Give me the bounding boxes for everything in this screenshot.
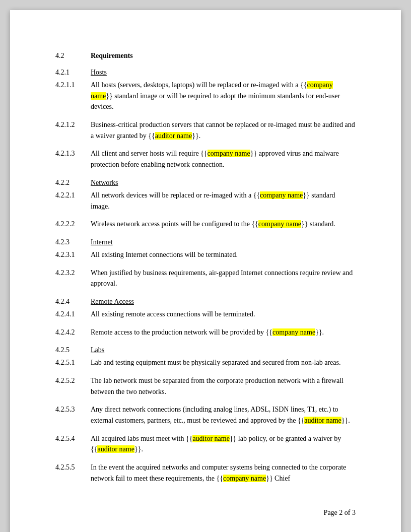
section-4-2-5-3-num: 4.2.5.3 (55, 404, 91, 415)
section-4-2-5-2: 4.2.5.2 The lab network must be separate… (55, 375, 356, 397)
section-4-2-4-2-text: Remote access to the production network … (91, 327, 356, 338)
section-4-2-2-1-num: 4.2.2.1 (55, 190, 91, 201)
section-4-2-4-2-num: 4.2.4.2 (55, 327, 91, 338)
section-4-2-5-3-text: Any direct network connections (includin… (91, 404, 356, 426)
section-4-2-3-1-text: All existing Internet connections will b… (91, 249, 356, 260)
section-4-2-5-4-num: 4.2.5.4 (55, 433, 91, 444)
highlight-company-name-4: company name (258, 220, 301, 228)
section-4-2-2-2-text: Wireless network access points will be c… (91, 219, 356, 230)
section-4-2-5: 4.2.5 Labs (55, 345, 356, 355)
section-4-2-1-3-text: All client and server hosts will require… (91, 148, 356, 170)
section-4-2-3-2-num: 4.2.3.2 (55, 268, 91, 278)
section-4-2-1: 4.2.1 Hosts (55, 67, 356, 78)
section-4-2-5-label: Labs (91, 345, 104, 355)
section-4-2-5-1: 4.2.5.1 Lab and testing equipment must b… (55, 357, 356, 368)
section-4-2-3-num: 4.2.3 (55, 237, 91, 247)
highlight-auditor-name-1: auditor name (155, 132, 192, 140)
section-4-2-1-1-num: 4.2.1.1 (55, 80, 91, 90)
highlight-auditor-name-2: auditor name (304, 417, 341, 424)
section-4-2-label: Requirements (91, 50, 133, 61)
section-4-2-1-1-text: All hosts (servers, desktops, laptops) w… (91, 80, 356, 112)
section-4-2-2-label: Networks (91, 177, 118, 188)
content: 4.2 Requirements 4.2.1 Hosts 4.2.1.1 All… (55, 50, 356, 484)
section-4-2-5-4: 4.2.5.4 All acquired labs must meet with… (55, 433, 356, 455)
section-4-2-3-2-text: When justified by business requirements,… (91, 268, 356, 289)
section-4-2-1-3: 4.2.1.3 All client and server hosts will… (55, 148, 356, 170)
section-4-2-5-5: 4.2.5.5 In the event the acquired networ… (55, 462, 356, 484)
section-4-2-5-5-text: In the event the acquired networks and c… (91, 462, 356, 484)
section-4-2-4-2: 4.2.4.2 Remote access to the production … (55, 327, 356, 338)
section-4-2-1-label: Hosts (91, 67, 107, 78)
section-4-2-2-2: 4.2.2.2 Wireless network access points w… (55, 219, 356, 230)
section-4-2-2-1-text: All network devices will be replaced or … (91, 190, 356, 212)
section-4-2-4-1-num: 4.2.4.1 (55, 309, 91, 319)
highlight-company-name-3: company name (260, 191, 303, 199)
section-4-2-4-label: Remote Access (91, 296, 134, 307)
section-4-2-5-5-num: 4.2.5.5 (55, 462, 91, 473)
section-4-2-2: 4.2.2 Networks (55, 177, 356, 188)
page-footer: Page 2 of 3 (324, 509, 356, 517)
section-4-2-1-2: 4.2.1.2 Business-critical production ser… (55, 119, 356, 141)
section-4-2-heading: 4.2 Requirements (55, 50, 356, 64)
section-4-2-2-1: 4.2.2.1 All network devices will be repl… (55, 190, 356, 212)
highlight-company-name-2: company name (208, 150, 250, 157)
highlight-auditor-name-4: auditor name (97, 445, 134, 453)
page-number: Page 2 of 3 (324, 509, 356, 516)
section-4-2-4: 4.2.4 Remote Access (55, 296, 356, 307)
section-4-2-2-2-num: 4.2.2.2 (55, 219, 91, 229)
section-4-2-1-2-text: Business-critical production servers tha… (91, 119, 356, 141)
highlight-company-name-6: company name (223, 475, 266, 482)
section-4-2-5-num: 4.2.5 (55, 345, 91, 355)
section-4-2-3-2: 4.2.3.2 When justified by business requi… (55, 268, 356, 289)
section-4-2-3-1: 4.2.3.1 All existing Internet connection… (55, 249, 356, 260)
section-4-2-2-num: 4.2.2 (55, 177, 91, 188)
page: 4.2 Requirements 4.2.1 Hosts 4.2.1.1 All… (10, 10, 401, 532)
highlight-company-name-1: company name (91, 81, 333, 100)
section-4-2-5-2-num: 4.2.5.2 (55, 375, 91, 386)
section-4-2-5-4-text: All acquired labs must meet with {{audit… (91, 433, 356, 455)
section-4-2-4-num: 4.2.4 (55, 296, 91, 307)
section-4-2-num: 4.2 (55, 50, 91, 61)
section-4-2-1-1: 4.2.1.1 All hosts (servers, desktops, la… (55, 80, 356, 112)
section-4-2-3-label: Internet (91, 237, 113, 247)
section-4-2-5-1-text: Lab and testing equipment must be physic… (91, 357, 356, 368)
section-4-2-4-1-text: All existing remote access connections w… (91, 309, 356, 320)
section-4-2-3-1-num: 4.2.3.1 (55, 249, 91, 260)
section-4-2-5-1-num: 4.2.5.1 (55, 357, 91, 368)
section-4-2-4-1: 4.2.4.1 All existing remote access conne… (55, 309, 356, 320)
section-4-2-1-num: 4.2.1 (55, 67, 91, 78)
section-4-2-5-3: 4.2.5.3 Any direct network connections (… (55, 404, 356, 426)
section-4-2-3: 4.2.3 Internet (55, 237, 356, 247)
highlight-company-name-5: company name (272, 328, 315, 336)
highlight-auditor-name-3: auditor name (192, 435, 229, 442)
section-4-2-1-3-num: 4.2.1.3 (55, 148, 91, 159)
section-4-2-1-2-num: 4.2.1.2 (55, 119, 91, 130)
section-4-2-5-2-text: The lab network must be separated from t… (91, 375, 356, 397)
